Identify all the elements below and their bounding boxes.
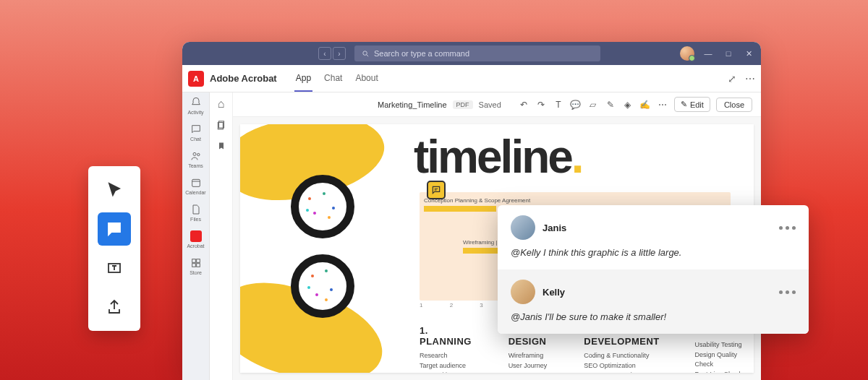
rail-store[interactable]: Store [182, 257, 209, 275]
rail-chat[interactable]: Chat [182, 124, 209, 142]
svg-rect-4 [192, 259, 195, 263]
draw-tool-icon[interactable]: ✎ [605, 99, 616, 111]
svg-point-1 [193, 152, 196, 155]
sign-tool-icon[interactable]: ✍ [639, 99, 651, 111]
document-title: Marketing_Timeline [378, 100, 447, 109]
avatar [511, 215, 535, 240]
comment-body: @Janis I'll be sure to make it smaller! [511, 311, 796, 322]
acrobat-logo-icon: A [188, 71, 204, 87]
teams-rail: Activity Chat Teams Calendar Files Acrob… [182, 92, 210, 380]
comment-tool-icon[interactable]: 💬 [570, 99, 582, 111]
share-tool[interactable] [98, 290, 131, 324]
minimize-button[interactable]: — [702, 47, 715, 60]
format-badge: PDF [453, 100, 473, 109]
comment-author: Kelly [542, 287, 565, 298]
comment-item[interactable]: Janis @Kelly I think this graphic is a l… [498, 205, 809, 269]
acrobat-rail: ⌂ [210, 92, 233, 380]
rail-activity[interactable]: Activity [182, 97, 209, 115]
tab-app[interactable]: App [294, 66, 312, 92]
nav-back-button[interactable]: ‹ [318, 47, 331, 60]
overflow-icon[interactable]: ⋯ [745, 73, 755, 85]
comment-author: Janis [542, 223, 566, 233]
comments-panel: Janis @Kelly I think this graphic is a l… [498, 205, 809, 334]
hero-illustration [240, 124, 428, 373]
tab-chat[interactable]: Chat [323, 66, 344, 92]
select-tool[interactable] [98, 173, 131, 207]
close-doc-button[interactable]: Close [716, 98, 752, 112]
nav-forward-button[interactable]: › [333, 47, 346, 60]
comment-item[interactable]: Kelly @Janis I'll be sure to make it sma… [498, 269, 809, 334]
search-placeholder: Search or type a command [374, 49, 469, 58]
search-icon [362, 50, 370, 58]
rail-calendar[interactable]: Calendar [182, 177, 209, 195]
rail-files[interactable]: Files [182, 204, 209, 222]
documents-icon[interactable] [216, 119, 226, 130]
erase-tool-icon[interactable]: ◈ [622, 99, 634, 111]
svg-rect-6 [192, 264, 195, 267]
avatar [511, 280, 535, 304]
more-tools-icon[interactable]: ⋯ [657, 99, 668, 111]
save-status: Saved [479, 100, 501, 109]
comment-body: @Kelly I think this graphic is a little … [511, 247, 796, 258]
edit-button[interactable]: ✎ Edit [674, 97, 710, 112]
profile-avatar[interactable] [680, 46, 694, 61]
document-toolbar: Marketing_Timeline PDF Saved ↶ ↷ T 💬 ▱ ✎… [233, 92, 761, 117]
search-input[interactable]: Search or type a command [354, 46, 600, 61]
teams-title-bar: ‹ › Search or type a command — □ ✕ [182, 42, 761, 65]
pop-out-icon[interactable]: ⤢ [728, 73, 736, 85]
bookmark-icon[interactable] [216, 140, 226, 151]
tab-about[interactable]: About [354, 66, 379, 92]
highlight-tool-icon[interactable]: ▱ [587, 99, 599, 111]
text-tool-icon[interactable]: T [553, 99, 564, 111]
comment-pin[interactable] [427, 181, 446, 199]
svg-point-2 [197, 153, 199, 155]
add-comment-tool[interactable] [98, 212, 131, 246]
svg-point-0 [363, 51, 367, 55]
app-name: Adobe Acrobat [210, 73, 277, 84]
text-box-tool[interactable] [98, 251, 131, 285]
document-headline: timeline. [414, 130, 582, 184]
comment-menu-icon[interactable] [779, 290, 796, 294]
home-icon[interactable]: ⌂ [216, 98, 226, 109]
rail-teams[interactable]: Teams [182, 150, 209, 168]
maximize-button[interactable]: □ [722, 47, 735, 60]
svg-rect-5 [196, 259, 200, 263]
floating-toolbar [88, 166, 140, 331]
rail-acrobat[interactable]: Acrobat [182, 230, 209, 249]
svg-rect-7 [196, 264, 200, 267]
comment-menu-icon[interactable] [779, 226, 796, 230]
svg-rect-3 [192, 179, 200, 186]
redo-icon[interactable]: ↷ [535, 99, 547, 111]
undo-icon[interactable]: ↶ [518, 99, 529, 111]
close-window-button[interactable]: ✕ [742, 47, 755, 60]
app-header: A Adobe Acrobat App Chat About ⤢ ⋯ [182, 65, 761, 92]
app-tabs: App Chat About [294, 66, 380, 92]
